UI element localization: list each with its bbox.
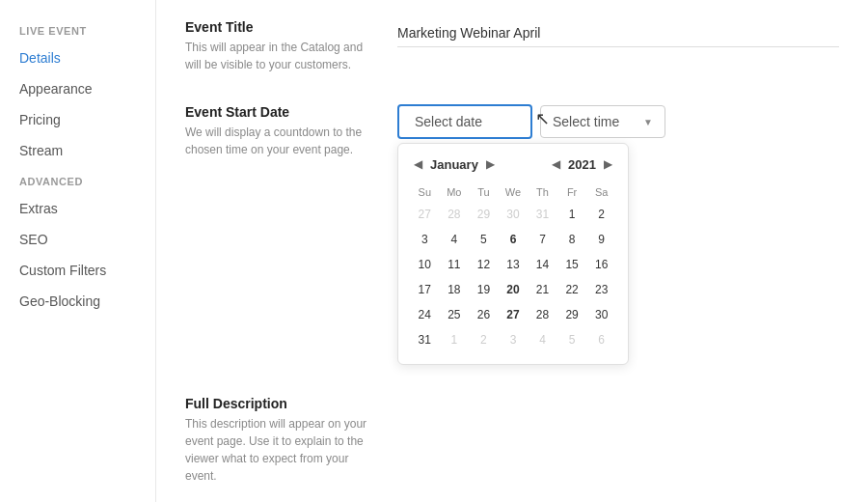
calendar-day-header: We — [499, 182, 529, 202]
calendar-week-row: 272829303112 — [410, 202, 616, 227]
calendar-day[interactable]: 28 — [440, 202, 470, 227]
live-event-section-label: LIVE EVENT — [0, 15, 155, 42]
chevron-down-icon: ▼ — [643, 117, 653, 127]
calendar-day[interactable]: 14 — [528, 252, 557, 277]
prev-year-button[interactable]: ◀ — [548, 155, 564, 173]
calendar-day[interactable]: 18 — [440, 277, 470, 302]
calendar-day[interactable]: 28 — [528, 302, 557, 327]
event-start-date-hint: We will display a countdown to the chose… — [185, 124, 378, 158]
calendar-day[interactable]: 6 — [499, 227, 529, 252]
event-title-label-col: Event Title This will appear in the Cata… — [185, 19, 397, 73]
calendar-day-header: Fr — [557, 182, 587, 202]
full-description-label-col: Full Description This description will a… — [185, 396, 397, 485]
calendar-day[interactable]: 29 — [469, 202, 499, 227]
calendar-day[interactable]: 16 — [586, 252, 616, 277]
calendar-day-header: Mo — [440, 182, 470, 202]
calendar-day[interactable]: 15 — [557, 252, 587, 277]
sidebar-item-extras[interactable]: Extras — [0, 193, 155, 224]
calendar-day[interactable]: 29 — [557, 302, 587, 327]
event-title-row: Event Title This will appear in the Cata… — [185, 19, 839, 73]
year-nav: ◀ 2021 ▶ — [548, 155, 616, 173]
calendar-body: 2728293031123456789101112131415161718192… — [410, 202, 616, 352]
calendar-day[interactable]: 4 — [440, 227, 470, 252]
sidebar-item-stream[interactable]: Stream — [0, 135, 155, 166]
sidebar-item-pricing[interactable]: Pricing — [0, 104, 155, 135]
calendar-day-header: Th — [528, 182, 557, 202]
calendar-day[interactable]: 1 — [440, 327, 470, 352]
calendar-day[interactable]: 26 — [469, 302, 499, 327]
full-description-row: Full Description This description will a… — [185, 396, 839, 485]
calendar-month: January — [430, 157, 478, 172]
calendar-day[interactable]: 10 — [410, 252, 440, 277]
prev-month-button[interactable]: ◀ — [410, 155, 426, 173]
calendar-week-row: 17181920212223 — [410, 277, 616, 302]
event-start-date-label-col: Event Start Date We will display a count… — [185, 104, 397, 158]
calendar-day[interactable]: 4 — [528, 327, 557, 352]
select-date-button[interactable]: Select date — [397, 104, 532, 139]
calendar-week-row: 24252627282930 — [410, 302, 616, 327]
event-title-hint: This will appear in the Catalog and will… — [185, 39, 378, 73]
month-nav: ◀ January ▶ — [410, 155, 499, 173]
calendar-day[interactable]: 5 — [557, 327, 587, 352]
calendar-day[interactable]: 25 — [440, 302, 470, 327]
calendar-week-row: 3456789 — [410, 227, 616, 252]
calendar-day[interactable]: 5 — [469, 227, 499, 252]
calendar-day[interactable]: 31 — [528, 202, 557, 227]
calendar-year: 2021 — [568, 157, 596, 172]
calendar-day[interactable]: 24 — [410, 302, 440, 327]
calendar-day-headers: SuMoTuWeThFrSa — [410, 182, 616, 202]
select-time-label: Select time — [553, 114, 619, 129]
calendar-day[interactable]: 1 — [557, 202, 587, 227]
calendar-day[interactable]: 23 — [586, 277, 616, 302]
calendar-day-header: Sa — [586, 182, 616, 202]
calendar-day[interactable]: 7 — [528, 227, 557, 252]
calendar-day[interactable]: 8 — [557, 227, 587, 252]
event-start-date-label: Event Start Date — [185, 104, 378, 120]
sidebar-item-seo[interactable]: SEO — [0, 224, 155, 255]
calendar-day[interactable]: 19 — [469, 277, 499, 302]
calendar-day[interactable]: 20 — [499, 277, 529, 302]
sidebar-item-appearance[interactable]: Appearance — [0, 73, 155, 104]
calendar-day[interactable]: 13 — [499, 252, 529, 277]
event-title-label: Event Title — [185, 19, 378, 35]
calendar-day[interactable]: 11 — [440, 252, 470, 277]
advanced-section-label: ADVANCED — [0, 166, 155, 193]
full-description-label: Full Description — [185, 396, 378, 411]
sidebar-item-details[interactable]: Details — [0, 42, 155, 73]
calendar-day[interactable]: 6 — [586, 327, 616, 352]
calendar-day[interactable]: 17 — [410, 277, 440, 302]
event-start-date-row: Event Start Date We will display a count… — [185, 104, 839, 365]
calendar-header: ◀ January ▶ ◀ 2021 ▶ — [410, 155, 616, 173]
calendar-day[interactable]: 31 — [410, 327, 440, 352]
select-date-label: Select date — [415, 114, 482, 129]
calendar-day[interactable]: 21 — [528, 277, 557, 302]
calendar-week-row: 10111213141516 — [410, 252, 616, 277]
calendar-day-header: Su — [410, 182, 440, 202]
calendar-popup: ◀ January ▶ ◀ 2021 ▶ SuMoTuWeThFrSa 2728… — [397, 143, 629, 365]
calendar-day[interactable]: 3 — [499, 327, 529, 352]
select-time-button[interactable]: Select time ▼ — [540, 105, 665, 138]
calendar-week-row: 31123456 — [410, 327, 616, 352]
sidebar-item-geo-blocking[interactable]: Geo-Blocking — [0, 286, 155, 317]
calendar-day-header: Tu — [469, 182, 499, 202]
calendar-day[interactable]: 27 — [499, 302, 529, 327]
sidebar-item-custom-filters[interactable]: Custom Filters — [0, 255, 155, 286]
calendar-day[interactable]: 9 — [586, 227, 616, 252]
calendar-day[interactable]: 27 — [410, 202, 440, 227]
event-title-input[interactable] — [397, 19, 839, 47]
calendar-day[interactable]: 30 — [586, 302, 616, 327]
calendar-day[interactable]: 30 — [499, 202, 529, 227]
date-time-row: Select date ↖ Select time ▼ — [397, 104, 839, 139]
calendar-day[interactable]: 2 — [469, 327, 499, 352]
calendar-day[interactable]: 3 — [410, 227, 440, 252]
sidebar: LIVE EVENT Details Appearance Pricing St… — [0, 0, 156, 502]
calendar-day[interactable]: 22 — [557, 277, 587, 302]
next-year-button[interactable]: ▶ — [600, 155, 616, 173]
next-month-button[interactable]: ▶ — [482, 155, 499, 173]
full-description-hint: This description will appear on your eve… — [185, 415, 378, 485]
calendar-day[interactable]: 12 — [469, 252, 499, 277]
calendar-grid: SuMoTuWeThFrSa 2728293031123456789101112… — [410, 182, 616, 352]
event-title-control — [397, 19, 839, 47]
calendar-day[interactable]: 2 — [586, 202, 616, 227]
event-start-date-control: Select date ↖ Select time ▼ ◀ January ▶ — [397, 104, 839, 365]
